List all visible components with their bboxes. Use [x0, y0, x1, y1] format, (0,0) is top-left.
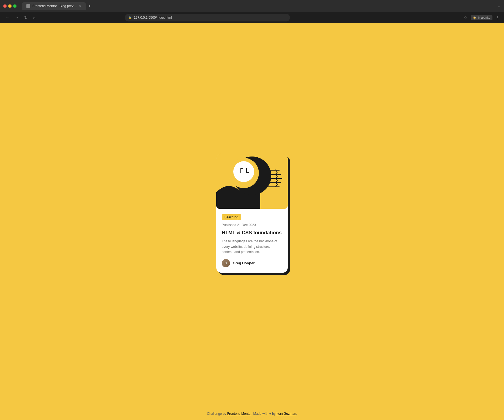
- card-description: These languages are the backbone of ever…: [222, 239, 282, 255]
- close-dot[interactable]: [3, 4, 7, 8]
- home-button[interactable]: ⌂: [32, 14, 36, 21]
- tab-expand-button[interactable]: ⌄: [497, 4, 501, 8]
- footer-text-prefix: Challenge by: [207, 412, 227, 416]
- maximize-dot[interactable]: [13, 4, 17, 8]
- browser-titlebar: Frontend Mentor | Blog previ... × + ⌄: [0, 0, 504, 12]
- tab-close-button[interactable]: ×: [79, 4, 81, 8]
- card-date: Published 21 Dec 2023: [222, 223, 282, 227]
- new-tab-button[interactable]: +: [88, 3, 91, 9]
- author-avatar: G: [222, 259, 230, 267]
- author-link[interactable]: Ivan Guzman: [276, 412, 296, 416]
- footer-text-end: .: [296, 412, 297, 416]
- svg-rect-8: [243, 173, 243, 176]
- footer-text-middle: . Made with ♥ by: [251, 412, 276, 416]
- security-lock-icon: 🔒: [128, 16, 132, 19]
- browser-actions: ☆ 🕵 Incognito ⋮: [464, 15, 500, 20]
- browser-tab-bar: Frontend Mentor | Blog previ... × + ⌄: [22, 2, 501, 10]
- bookmark-button[interactable]: ☆: [464, 15, 467, 20]
- url-text: 127.0.0.1:5500/index.html: [134, 16, 172, 20]
- back-button[interactable]: ←: [4, 14, 10, 21]
- address-bar[interactable]: 🔒 127.0.0.1:5500/index.html: [125, 14, 290, 21]
- svg-rect-5: [240, 168, 243, 169]
- minimize-dot[interactable]: [8, 4, 12, 8]
- svg-point-3: [233, 161, 254, 182]
- browser-chrome: Frontend Mentor | Blog previ... × + ⌄ ← …: [0, 0, 504, 23]
- frontend-mentor-link[interactable]: Frontend Mentor: [227, 412, 251, 416]
- svg-rect-7: [246, 172, 249, 173]
- reload-button[interactable]: ↻: [23, 14, 29, 21]
- menu-button[interactable]: ⋮: [496, 15, 500, 20]
- page-wrapper: Learning Published 21 Dec 2023 HTML & CS…: [0, 0, 504, 420]
- card-tag[interactable]: Learning: [222, 214, 241, 220]
- card-content: Learning Published 21 Dec 2023 HTML & CS…: [216, 209, 288, 273]
- tab-favicon: [26, 4, 30, 8]
- tab-title: Frontend Mentor | Blog previ...: [32, 4, 77, 8]
- card-title: HTML & CSS foundations: [222, 230, 282, 236]
- card-illustration: [216, 154, 288, 209]
- author-name: Greg Hooper: [233, 261, 254, 265]
- browser-addressbar: ← → ↻ ⌂ 🔒 127.0.0.1:5500/index.html ☆ 🕵 …: [0, 12, 504, 23]
- footer: Challenge by Frontend Mentor. Made with …: [0, 407, 504, 420]
- browser-controls: [3, 4, 17, 8]
- incognito-label: Incognito: [478, 16, 490, 19]
- blog-card[interactable]: Learning Published 21 Dec 2023 HTML & CS…: [216, 154, 288, 273]
- card-author: G Greg Hooper: [222, 259, 282, 267]
- author-avatar-image: G: [222, 259, 230, 267]
- incognito-icon: 🕵: [473, 16, 477, 20]
- card-image: [216, 154, 288, 209]
- incognito-badge: 🕵 Incognito: [471, 15, 492, 20]
- forward-button[interactable]: →: [14, 14, 20, 21]
- active-tab[interactable]: Frontend Mentor | Blog previ... ×: [22, 2, 86, 10]
